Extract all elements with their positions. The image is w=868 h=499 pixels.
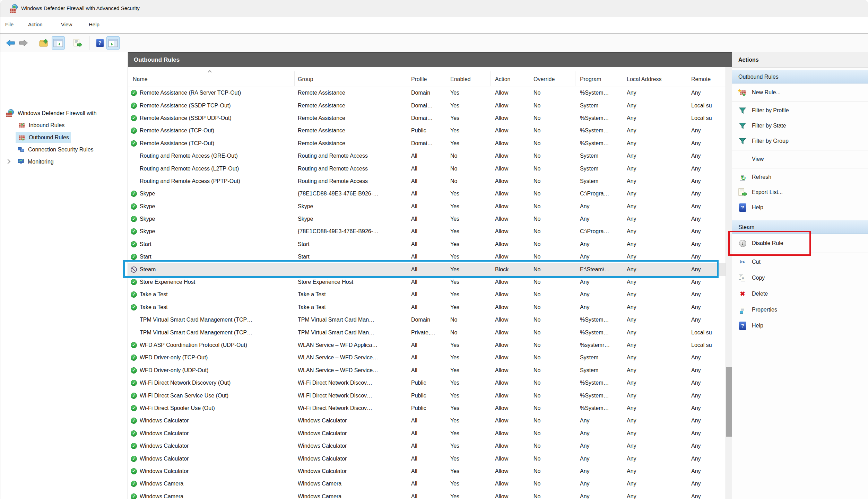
column-separator[interactable] (406, 71, 406, 86)
cell-program: C:\Progra… (580, 191, 619, 197)
toolbar-export-list-icon[interactable] (71, 36, 84, 50)
scrollbar-thumb[interactable] (726, 367, 732, 437)
list-vertical-scrollbar[interactable] (726, 67, 732, 499)
menu-action[interactable]: Action (28, 21, 43, 27)
actions-section-header[interactable]: Outbound Rules (732, 70, 868, 84)
column-separator[interactable] (621, 71, 621, 86)
table-row-windows-calculator[interactable]: ✓Windows CalculatorWindows CalculatorAll… (128, 465, 726, 478)
table-row-wfd-asp-coordination-protocol-udp-out-[interactable]: ✓WFD ASP Coordination Protocol (UDP-Out)… (128, 339, 726, 351)
column-separator[interactable] (529, 71, 529, 86)
toolbar-show-console-tree-icon[interactable] (52, 36, 65, 50)
rules-list-panel: Outbound Rules NameGroupProfileEnabledAc… (128, 52, 732, 499)
action-properties[interactable]: Properties (732, 302, 868, 318)
table-row-windows-calculator[interactable]: ✓Windows CalculatorWindows CalculatorAll… (128, 414, 726, 427)
table-row-windows-calculator[interactable]: ✓Windows CalculatorWindows CalculatorAll… (128, 427, 726, 440)
column-separator[interactable] (575, 71, 575, 86)
column-separator[interactable] (446, 71, 446, 86)
filter-icon (739, 138, 746, 145)
column-header-action[interactable]: Action (495, 76, 510, 82)
table-row-wi-fi-direct-network-discovery-out-[interactable]: ✓Wi-Fi Direct Network Discovery (Out)Wi-… (128, 377, 726, 389)
column-header-program[interactable]: Program (580, 76, 601, 82)
action-new-rule[interactable]: ↘★New Rule... (732, 85, 868, 100)
toolbar-forward-icon[interactable] (17, 36, 30, 50)
menu-help[interactable]: Help (89, 21, 99, 27)
column-header-group[interactable]: Group (298, 76, 313, 82)
sidebar-item-inbound-rules[interactable]: ↙Inbound Rules (16, 120, 67, 131)
action-delete[interactable]: ✖Delete (732, 286, 868, 302)
table-row-tpm-virtual-smart-card-management-tcp-[interactable]: TPM Virtual Smart Card Management (TCP…T… (128, 314, 726, 326)
table-row-remote-assistance-ssdp-udp-out-[interactable]: ✓Remote Assistance (SSDP UDP-Out)Remote … (128, 112, 726, 124)
table-row-tpm-virtual-smart-card-management-tcp-[interactable]: TPM Virtual Smart Card Management (TCP…T… (128, 326, 726, 339)
cell-enabled: Yes (450, 393, 487, 399)
cell-override: No (533, 279, 572, 285)
column-separator[interactable] (294, 71, 295, 86)
column-header-enabled[interactable]: Enabled (450, 76, 471, 82)
table-row-take-a-test[interactable]: ✓Take a TestTake a TestAllYesAllowNoAnyA… (128, 288, 726, 301)
table-row-windows-calculator[interactable]: ✓Windows CalculatorWindows CalculatorAll… (128, 452, 726, 465)
table-row-steam[interactable]: SteamAllYesBlockNoE:\Steam\…AnyAny (128, 263, 726, 275)
action-filter-by-profile[interactable]: Filter by Profile (732, 103, 868, 118)
cell-override: No (533, 405, 572, 411)
action-cut[interactable]: ✂Cut (732, 254, 868, 270)
sidebar-item-connection-security-rules[interactable]: Connection Security Rules (16, 144, 96, 155)
table-row-wfd-driver-only-udp-out-[interactable]: ✓WFD Driver-only (UDP-Out)WLAN Service –… (128, 364, 726, 377)
table-row-routing-and-remote-access-gre-out-[interactable]: Routing and Remote Access (GRE-Out)Routi… (128, 150, 726, 162)
table-row-start[interactable]: ✓StartStartAllYesAllowNoAnyAnyAny (128, 238, 726, 251)
cell-local: Any (627, 279, 686, 285)
toolbar-folder-up-icon[interactable] (37, 36, 50, 50)
column-separator[interactable] (490, 71, 491, 86)
table-row-wfd-driver-only-tcp-out-[interactable]: ✓WFD Driver-only (TCP-Out)WLAN Service –… (128, 351, 726, 364)
menu-view[interactable]: View (61, 21, 72, 27)
sidebar-item-outbound-rules[interactable]: ↘Outbound Rules (16, 132, 71, 143)
cell-remote: Any (691, 468, 725, 474)
tree-expand-chevron-icon[interactable] (6, 159, 10, 164)
table-row-windows-camera[interactable]: ✓Windows CameraWindows CameraAllYesAllow… (128, 478, 726, 490)
table-row-remote-assistance-ssdp-tcp-out-[interactable]: ✓Remote Assistance (SSDP TCP-Out)Remote … (128, 99, 726, 112)
table-row-windows-calculator[interactable]: ✓Windows CalculatorWindows CalculatorAll… (128, 440, 726, 452)
table-row-skype[interactable]: ✓Skype{78E1CD88-49E3-476E-B926-…AllYesAl… (128, 225, 726, 238)
table-row-take-a-test[interactable]: ✓Take a TestTake a TestAllYesAllowNoAnyA… (128, 301, 726, 314)
menu-file[interactable]: File (5, 21, 14, 27)
toolbar-back-icon[interactable] (4, 36, 17, 50)
action-filter-by-group[interactable]: Filter by Group (732, 133, 868, 149)
table-row-wi-fi-direct-scan-service-use-out-[interactable]: ✓Wi-Fi Direct Scan Service Use (Out)Wi-F… (128, 389, 726, 402)
table-row-remote-assistance-tcp-out-[interactable]: ✓Remote Assistance (TCP-Out)Remote Assis… (128, 137, 726, 150)
column-header-override[interactable]: Override (533, 76, 555, 82)
toolbar-show-action-pane-icon[interactable] (106, 36, 120, 50)
cell-group: Store Experience Host (298, 279, 403, 285)
table-row-skype[interactable]: ✓SkypeSkypeAllYesAllowNoAnyAnyAny (128, 200, 726, 213)
action-refresh[interactable]: ↻Refresh (732, 169, 868, 185)
column-header-profile[interactable]: Profile (411, 76, 427, 82)
rule-enabled-icon: ✓ (131, 304, 137, 310)
action-export-list[interactable]: Export List... (732, 185, 868, 200)
action-view[interactable]: View (732, 151, 868, 167)
cell-override: No (533, 304, 572, 310)
table-row-wi-fi-direct-spooler-use-out-[interactable]: ✓Wi-Fi Direct Spooler Use (Out)Wi-Fi Dir… (128, 402, 726, 414)
action-filter-by-state[interactable]: Filter by State (732, 118, 868, 133)
tree-root-firewall[interactable]: Windows Defender Firewall with (4, 107, 99, 119)
toolbar-help-icon[interactable]: ? (93, 36, 106, 50)
action-copy[interactable]: Copy (732, 270, 868, 286)
cell-remote: Any (691, 228, 725, 235)
action-help[interactable]: ?Help (732, 318, 868, 334)
table-row-routing-and-remote-access-l2tp-out-[interactable]: Routing and Remote Access (L2TP-Out)Rout… (128, 162, 726, 175)
action-disable-rule[interactable]: ↓Disable Rule (732, 235, 868, 251)
action-help[interactable]: ?Help (732, 200, 868, 215)
table-row-store-experience-host[interactable]: ✓Store Experience HostStore Experience H… (128, 276, 726, 288)
column-header-name[interactable]: Name (133, 76, 148, 82)
column-separator[interactable] (688, 71, 688, 86)
table-row-remote-assistance-tcp-out-[interactable]: ✓Remote Assistance (TCP-Out)Remote Assis… (128, 124, 726, 137)
column-header-remote[interactable]: Remote (691, 76, 711, 82)
column-header-local-address[interactable]: Local Address (627, 76, 662, 82)
cell-group: Skype (298, 203, 403, 210)
table-row-remote-assistance-ra-server-tcp-out-[interactable]: ✓Remote Assistance (RA Server TCP-Out)Re… (128, 87, 726, 99)
table-row-routing-and-remote-access-pptp-out-[interactable]: Routing and Remote Access (PPTP-Out)Rout… (128, 175, 726, 187)
actions-section-header[interactable]: Steam (732, 220, 868, 234)
sidebar-item-monitoring[interactable]: Monitoring (16, 156, 56, 167)
cell-group: Remote Assistance (298, 90, 403, 96)
table-row-skype[interactable]: ✓Skype{78E1CD88-49E3-476E-B926-…AllYesAl… (128, 187, 726, 200)
table-row-skype[interactable]: ✓SkypeSkypeAllYesAllowNoAnyAnyAny (128, 213, 726, 225)
table-row-start[interactable]: ✓StartStartAllYesAllowNoAnyAnyAny (128, 251, 726, 263)
table-row-windows-camera[interactable]: ✓Windows CameraWindows CameraAllYesAllow… (128, 490, 726, 499)
cell-override: No (533, 291, 572, 298)
